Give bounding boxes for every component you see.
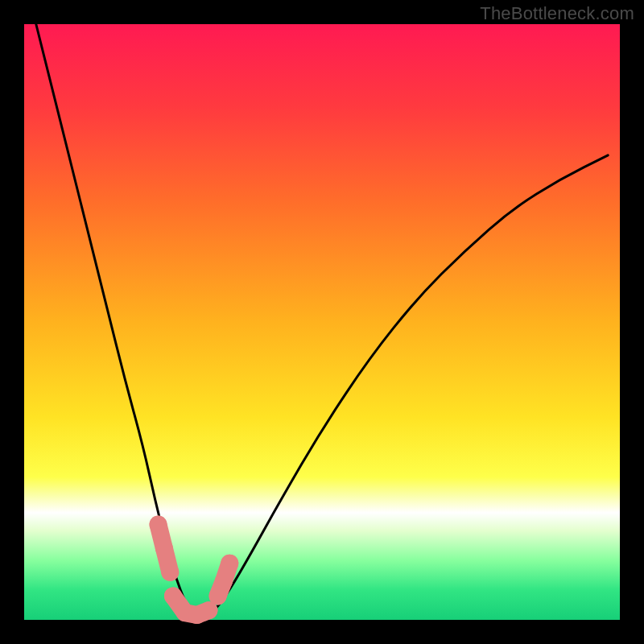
chart-frame: TheBottleneck.com <box>0 0 644 644</box>
bottleneck-curve <box>36 24 608 616</box>
highlight-markers <box>150 516 239 624</box>
highlight-dot <box>164 587 182 605</box>
highlight-dot <box>155 539 173 557</box>
plot-area <box>24 24 620 620</box>
highlight-dot <box>215 572 233 590</box>
highlight-dot <box>161 564 179 581</box>
curve-layer <box>24 24 620 620</box>
highlight-dot <box>221 555 238 572</box>
highlight-dot <box>150 516 167 534</box>
watermark-text: TheBottleneck.com <box>480 3 634 24</box>
